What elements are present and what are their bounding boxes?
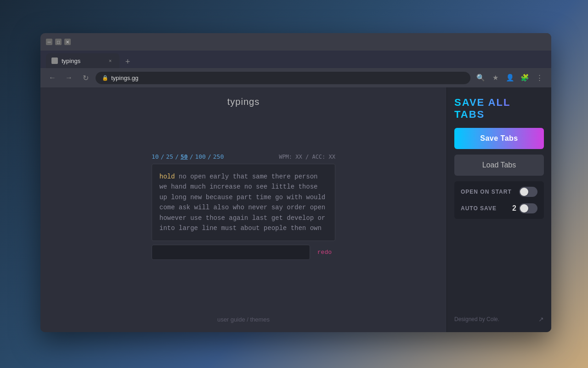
save-tabs-button[interactable]: Save Tabs [454, 128, 544, 149]
title-bar: ─ □ ✕ [40, 33, 551, 51]
bookmark-button[interactable]: ★ [489, 71, 502, 84]
redo-button[interactable]: redo [314, 245, 335, 260]
address-text: typings.gg [111, 75, 138, 81]
designed-by-text: Designed by Cole. [454, 316, 499, 322]
footer-links: user guide / themes [217, 316, 270, 323]
browser-actions: 🔍 ★ 👤 🧩 ⋮ [474, 71, 546, 84]
typing-area: 10 / 25 / 50 / 100 / 250 WPM: XX / A [152, 153, 335, 260]
count-25[interactable]: 25 [166, 153, 173, 160]
sidebar-panel: SAVE ALL TABS Save Tabs Load Tabs OPEN O… [447, 87, 551, 332]
count-250[interactable]: 250 [213, 153, 224, 160]
main-page: typings 10 / 25 / 50 / 100 / 250 [40, 87, 447, 332]
auto-save-label: AUTO SAVE [461, 205, 497, 212]
minimize-button[interactable]: ─ [46, 39, 52, 45]
tab-bar: typings × + [40, 51, 551, 68]
back-button[interactable]: ← [46, 71, 59, 84]
footer-text[interactable]: user guide / themes [217, 316, 270, 323]
new-tab-button[interactable]: + [121, 55, 134, 68]
close-button[interactable]: ✕ [64, 39, 71, 45]
forward-button[interactable]: → [62, 71, 75, 84]
stats-bar: 10 / 25 / 50 / 100 / 250 WPM: XX / A [152, 153, 335, 160]
acc-label: ACC: XX [312, 154, 335, 160]
open-on-start-row: OPEN ON START [461, 187, 537, 197]
typing-text-body: no open early that same there person we … [159, 173, 325, 232]
panel-title: SAVE ALL TABS [454, 97, 544, 121]
search-button[interactable]: 🔍 [474, 71, 487, 84]
browser-window: ─ □ ✕ typings × + ← → ↻ 🔒 typings.gg [40, 33, 551, 332]
reload-button[interactable]: ↻ [79, 71, 92, 84]
word-counts: 10 / 25 / 50 / 100 / 250 [152, 153, 224, 160]
designed-by: Designed by Cole. ↗ [454, 316, 544, 323]
count-50-active[interactable]: 50 [181, 153, 188, 160]
count-10[interactable]: 10 [152, 153, 159, 160]
input-row: redo [152, 245, 335, 260]
highlight-word: hold [159, 173, 175, 180]
external-link-icon[interactable]: ↗ [538, 316, 544, 323]
auto-save-controls: 2 [512, 203, 537, 213]
auto-save-number: 2 [512, 204, 516, 213]
app-title: typings [227, 97, 260, 107]
open-on-start-toggle[interactable] [519, 187, 537, 197]
auto-save-toggle[interactable] [519, 203, 537, 213]
maximize-button[interactable]: □ [55, 39, 62, 45]
open-on-start-label: OPEN ON START [461, 189, 512, 195]
typing-input[interactable] [152, 245, 310, 260]
browser-content: typings 10 / 25 / 50 / 100 / 250 [40, 87, 551, 332]
tab-favicon [51, 58, 58, 64]
extensions-button[interactable]: 🧩 [518, 71, 531, 84]
settings-panel: OPEN ON START AUTO SAVE 2 [454, 181, 544, 219]
address-bar-row: ← → ↻ 🔒 typings.gg 🔍 ★ 👤 🧩 ⋮ [40, 68, 551, 87]
profile-button[interactable]: 👤 [503, 71, 516, 84]
tab-close-button[interactable]: × [107, 57, 114, 64]
load-tabs-button[interactable]: Load Tabs [454, 155, 544, 176]
window-controls: ─ □ ✕ [46, 39, 71, 45]
browser-chrome: ─ □ ✕ typings × + ← → ↻ 🔒 typings.gg [40, 33, 551, 87]
tab-label: typings [62, 58, 80, 64]
browser-tab-active[interactable]: typings × [46, 53, 119, 68]
menu-button[interactable]: ⋮ [533, 71, 546, 84]
wpm-acc-display: WPM: XX / ACC: XX [279, 154, 335, 160]
auto-save-row: AUTO SAVE 2 [461, 203, 537, 213]
separator: / [305, 154, 312, 160]
wpm-label: WPM: XX [279, 154, 302, 160]
text-display: hold no open early that same there perso… [152, 164, 335, 241]
lock-icon: 🔒 [102, 75, 108, 81]
toggle-thumb-auto-save [520, 204, 528, 213]
count-100[interactable]: 100 [195, 153, 205, 160]
address-bar[interactable]: 🔒 typings.gg [96, 72, 470, 84]
toggle-thumb-open-on-start [520, 188, 528, 196]
